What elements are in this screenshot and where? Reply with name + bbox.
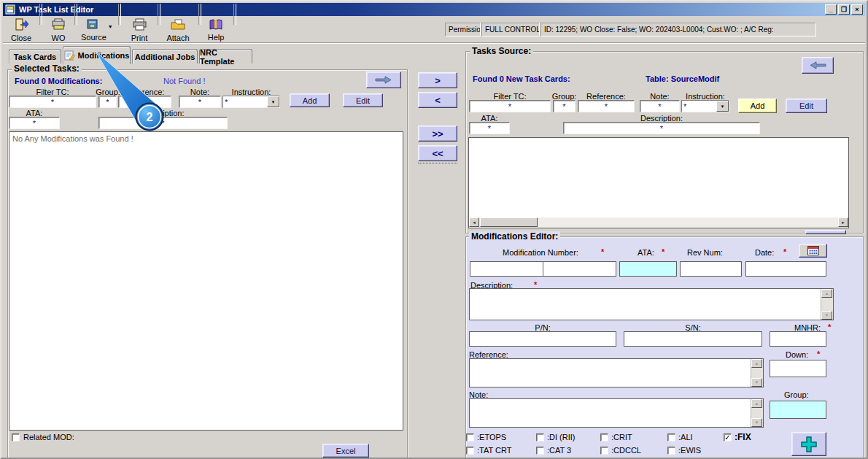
filter-tc-input[interactable] bbox=[9, 96, 96, 108]
minimize-button[interactable]: _ bbox=[825, 4, 837, 15]
scroll-left-button[interactable]: ◄ bbox=[469, 217, 479, 227]
note-filter-input[interactable] bbox=[179, 96, 221, 108]
work-order-icon bbox=[51, 18, 66, 34]
collapse-left-button[interactable] bbox=[802, 57, 834, 74]
di-rii-checkbox[interactable] bbox=[536, 433, 544, 441]
scroll-up-button[interactable]: ▲ bbox=[751, 359, 762, 368]
move-all-right-button[interactable]: >> bbox=[418, 126, 457, 142]
crit-checkbox[interactable] bbox=[600, 433, 608, 441]
scroll-up-button[interactable]: ▲ bbox=[821, 289, 832, 298]
title-bar: WP Task List Editor _ ❐ × bbox=[3, 3, 865, 16]
excel-button[interactable]: Excel bbox=[322, 444, 369, 458]
note-input[interactable] bbox=[470, 399, 751, 427]
description-input[interactable] bbox=[470, 289, 821, 320]
description-filter-input[interactable] bbox=[563, 122, 760, 134]
exit-door-icon bbox=[13, 18, 29, 34]
restore-button[interactable]: ❐ bbox=[838, 4, 850, 15]
pn-input[interactable] bbox=[469, 331, 616, 347]
collapse-right-button[interactable] bbox=[366, 72, 401, 88]
fix-checkbox[interactable]: ✓ bbox=[724, 433, 732, 441]
scroll-down-button[interactable]: ▼ bbox=[821, 311, 832, 320]
close-window-button[interactable]: × bbox=[851, 4, 863, 15]
tab-task-cards[interactable]: Task Cards bbox=[9, 49, 61, 63]
instruction-filter-input[interactable] bbox=[682, 101, 716, 112]
add-new-plus-button[interactable] bbox=[791, 432, 826, 456]
cdccl-label: :CDCCL bbox=[611, 446, 641, 455]
source-dropdown-arrow[interactable]: ▼ bbox=[108, 24, 113, 29]
reference-input[interactable] bbox=[470, 359, 751, 387]
tab-additional-jobs[interactable]: Additional Jobs bbox=[132, 49, 198, 63]
required-marker: * bbox=[817, 350, 820, 358]
ata-filter-input[interactable] bbox=[9, 117, 60, 129]
scrollbar-thumb[interactable] bbox=[480, 217, 538, 227]
toolbar-attach-button[interactable]: Attach bbox=[162, 18, 194, 40]
tab-modifications[interactable]: Modifications bbox=[63, 46, 131, 64]
mnhr-input[interactable] bbox=[770, 331, 826, 347]
ewis-checkbox[interactable] bbox=[667, 447, 675, 455]
ali-checkbox[interactable] bbox=[667, 433, 675, 441]
source-found-text: Found 0 New Task Cards: bbox=[473, 74, 570, 83]
tab-nrc-template[interactable]: NRC Template bbox=[199, 49, 252, 63]
empty-list-message: No Any Modifications was Found ! bbox=[12, 134, 133, 143]
instruction-filter-input[interactable] bbox=[223, 96, 267, 107]
selected-edit-button[interactable]: Edit bbox=[343, 93, 383, 107]
date-input[interactable] bbox=[745, 261, 826, 277]
source-add-button[interactable]: Add bbox=[738, 99, 777, 113]
group-filter-input[interactable] bbox=[98, 96, 117, 108]
scroll-up-button[interactable]: ▲ bbox=[751, 399, 762, 408]
tat-crt-checkbox[interactable] bbox=[466, 447, 474, 455]
toolbar-close-button[interactable]: Close bbox=[7, 18, 35, 40]
source-list-hscrollbar[interactable]: ◄ ► bbox=[469, 217, 848, 228]
filter-tc-input[interactable] bbox=[469, 100, 551, 112]
description-filter-input[interactable] bbox=[98, 117, 228, 129]
move-right-button[interactable]: > bbox=[418, 72, 457, 88]
description-field: ▲ ▼ bbox=[469, 288, 834, 320]
calendar-button[interactable] bbox=[799, 244, 827, 258]
etops-checkbox[interactable] bbox=[466, 433, 474, 441]
scroll-down-button[interactable]: ▼ bbox=[751, 418, 762, 427]
group-filter-input[interactable] bbox=[553, 100, 576, 112]
scroll-right-button[interactable]: ► bbox=[838, 217, 848, 227]
chevron-down-icon: ▼ bbox=[271, 100, 276, 104]
tasks-source-list[interactable] bbox=[468, 137, 849, 228]
ali-label: :ALI bbox=[678, 433, 693, 441]
move-left-button[interactable]: < bbox=[418, 92, 457, 108]
modification-number-input[interactable] bbox=[470, 262, 543, 276]
etops-label: :ETOPS bbox=[477, 433, 506, 441]
toolbar-wo-button[interactable]: WO bbox=[45, 18, 71, 40]
reference-scrollbar[interactable]: ▲ ▼ bbox=[751, 359, 763, 387]
cdccl-checkbox[interactable] bbox=[600, 447, 608, 455]
note-filter-input[interactable] bbox=[640, 100, 680, 112]
scroll-down-icon: ▼ bbox=[755, 380, 759, 385]
ata-input[interactable] bbox=[619, 261, 677, 277]
calendar-icon bbox=[807, 246, 819, 255]
instruction-filter-combo[interactable]: ▼ bbox=[681, 100, 729, 112]
cat3-checkbox[interactable] bbox=[536, 447, 544, 455]
toolbar-help-button[interactable]: Help bbox=[203, 18, 229, 40]
chevron-down-icon: ▼ bbox=[721, 104, 725, 109]
scroll-right-icon: ► bbox=[841, 220, 845, 225]
description-scrollbar[interactable]: ▲ ▼ bbox=[821, 289, 833, 320]
selected-add-button[interactable]: Add bbox=[290, 93, 330, 107]
ata-filter-input[interactable] bbox=[469, 122, 510, 134]
note-scrollbar[interactable]: ▲ ▼ bbox=[751, 399, 763, 427]
scroll-down-button[interactable]: ▼ bbox=[751, 378, 762, 387]
selected-tasks-list[interactable]: No Any Modifications was Found ! bbox=[9, 131, 403, 431]
instruction-dropdown-button[interactable]: ▼ bbox=[267, 96, 279, 107]
instruction-filter-combo[interactable]: ▼ bbox=[222, 96, 280, 108]
toolbar-print-button[interactable]: Print bbox=[125, 18, 153, 40]
move-all-left-button[interactable]: << bbox=[418, 145, 457, 161]
down-input[interactable] bbox=[770, 360, 826, 377]
group-input[interactable] bbox=[770, 401, 826, 419]
source-edit-button[interactable]: Edit bbox=[786, 99, 827, 113]
modification-number-input-2[interactable] bbox=[543, 262, 616, 276]
toolbar-source-button[interactable]: Source ▼ bbox=[79, 18, 111, 40]
ewis-label: :EWIS bbox=[678, 446, 701, 455]
rev-num-input[interactable] bbox=[680, 261, 742, 277]
related-mod-checkbox[interactable] bbox=[12, 433, 20, 441]
reference-filter-input[interactable] bbox=[578, 100, 635, 112]
sn-input[interactable] bbox=[624, 331, 762, 347]
edit-note-icon bbox=[64, 50, 75, 61]
reference-filter-input[interactable] bbox=[118, 96, 171, 108]
instruction-dropdown-button[interactable]: ▼ bbox=[716, 101, 729, 112]
